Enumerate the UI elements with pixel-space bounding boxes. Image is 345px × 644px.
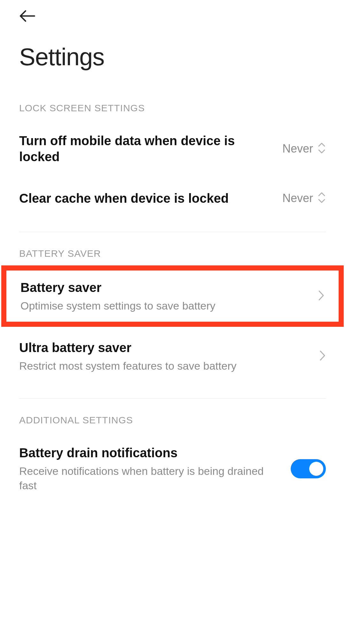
row-sub: Restrict most system features to save ba…	[19, 359, 309, 373]
row-value: Never	[282, 142, 313, 155]
row-title: Battery saver	[20, 279, 308, 295]
section-header-additional: ADDITIONAL SETTINGS	[0, 402, 345, 432]
section-header-battery-saver: BATTERY SAVER	[0, 235, 345, 265]
back-button[interactable]	[0, 0, 54, 30]
row-battery-saver[interactable]: Battery saver Optimise system settings t…	[1, 265, 344, 327]
divider	[19, 232, 326, 232]
row-title: Clear cache when device is locked	[19, 190, 273, 206]
row-value: Never	[282, 192, 313, 205]
row-sub: Receive notifications when battery is be…	[19, 464, 281, 492]
page-title: Settings	[0, 30, 345, 90]
row-battery-drain-notifications[interactable]: Battery drain notifications Receive noti…	[0, 432, 345, 505]
chevron-right-icon	[318, 290, 325, 302]
row-title: Ultra battery saver	[19, 340, 309, 356]
divider	[19, 398, 326, 399]
row-ultra-battery-saver[interactable]: Ultra battery saver Restrict most system…	[0, 327, 345, 386]
row-title: Battery drain notifications	[19, 445, 281, 461]
chevron-right-icon	[319, 350, 326, 363]
row-title: Turn off mobile data when device is lock…	[19, 133, 273, 165]
toggle-switch[interactable]	[291, 459, 326, 478]
updown-icon	[318, 142, 326, 156]
row-clear-cache[interactable]: Clear cache when device is locked Never	[0, 177, 345, 219]
arrow-left-icon	[19, 18, 35, 23]
row-sub: Optimise system settings to save battery	[20, 299, 308, 313]
row-turn-off-mobile-data[interactable]: Turn off mobile data when device is lock…	[0, 120, 345, 177]
toggle-knob	[309, 462, 323, 476]
updown-icon	[318, 191, 326, 205]
section-header-lock-screen: LOCK SCREEN SETTINGS	[0, 90, 345, 120]
